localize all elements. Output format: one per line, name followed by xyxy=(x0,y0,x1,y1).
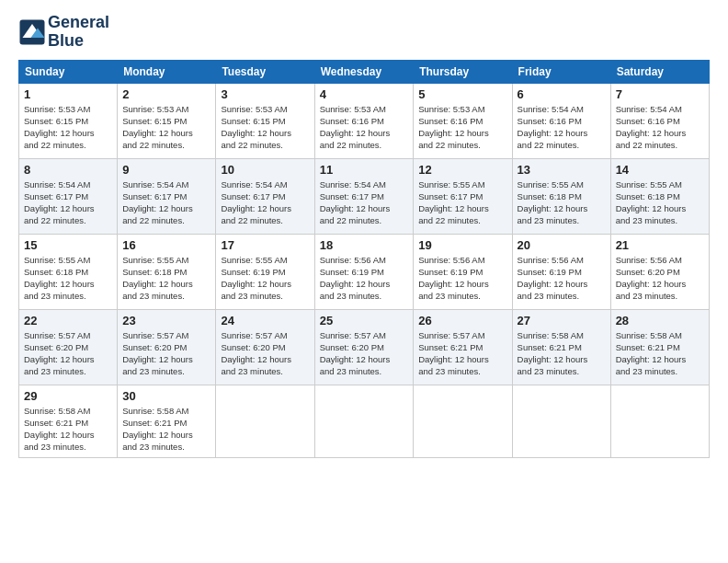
sunset-label: Sunset: 6:20 PM xyxy=(24,342,88,352)
calendar-cell: 19 Sunrise: 5:56 AM Sunset: 6:19 PM Dayl… xyxy=(414,234,512,309)
daylight-label: Daylight: 12 hours xyxy=(616,354,687,364)
sunrise-label: Sunrise: 5:56 AM xyxy=(320,255,386,265)
day-of-week-header: Friday xyxy=(512,60,610,83)
daylight-minutes: and 22 minutes. xyxy=(616,140,678,150)
sunrise-label: Sunrise: 5:58 AM xyxy=(122,406,188,416)
daylight-label: Daylight: 12 hours xyxy=(320,128,391,138)
sunrise-label: Sunrise: 5:58 AM xyxy=(24,406,90,416)
daylight-minutes: and 23 minutes. xyxy=(122,366,185,376)
calendar-cell: 22 Sunrise: 5:57 AM Sunset: 6:20 PM Dayl… xyxy=(19,309,118,385)
sunset-label: Sunset: 6:18 PM xyxy=(122,267,187,277)
sunset-label: Sunset: 6:19 PM xyxy=(320,267,384,277)
sunrise-label: Sunrise: 5:55 AM xyxy=(122,255,188,265)
sunrise-label: Sunrise: 5:53 AM xyxy=(418,104,484,114)
calendar-cell: 18 Sunrise: 5:56 AM Sunset: 6:19 PM Dayl… xyxy=(314,234,414,309)
calendar-cell: 27 Sunrise: 5:58 AM Sunset: 6:21 PM Dayl… xyxy=(512,309,610,385)
header: General Blue xyxy=(18,14,710,51)
day-info: Sunrise: 5:53 AM Sunset: 6:16 PM Dayligh… xyxy=(320,103,409,152)
sunrise-label: Sunrise: 5:57 AM xyxy=(320,330,386,340)
daylight-label: Daylight: 12 hours xyxy=(418,203,489,213)
calendar-cell: 25 Sunrise: 5:57 AM Sunset: 6:20 PM Dayl… xyxy=(314,309,414,385)
day-info: Sunrise: 5:54 AM Sunset: 6:17 PM Dayligh… xyxy=(122,178,210,227)
day-number: 26 xyxy=(418,314,506,327)
sunset-label: Sunset: 6:16 PM xyxy=(320,116,384,126)
sunrise-label: Sunrise: 5:56 AM xyxy=(518,255,584,265)
day-of-week-header: Tuesday xyxy=(216,60,314,83)
day-of-week-header: Thursday xyxy=(414,60,512,83)
sunrise-label: Sunrise: 5:58 AM xyxy=(616,330,682,340)
day-number: 28 xyxy=(616,314,704,327)
daylight-minutes: and 23 minutes. xyxy=(616,366,678,376)
day-info: Sunrise: 5:56 AM Sunset: 6:20 PM Dayligh… xyxy=(616,254,704,303)
sunrise-label: Sunrise: 5:53 AM xyxy=(221,104,287,114)
day-number: 1 xyxy=(24,87,112,101)
daylight-label: Daylight: 12 hours xyxy=(518,128,588,138)
daylight-label: Daylight: 12 hours xyxy=(616,279,687,289)
daylight-minutes: and 23 minutes. xyxy=(320,366,382,376)
daylight-minutes: and 23 minutes. xyxy=(616,291,678,301)
day-number: 10 xyxy=(221,163,309,177)
day-of-week-header: Monday xyxy=(118,60,216,83)
day-number: 22 xyxy=(24,314,112,327)
calendar-cell: 26 Sunrise: 5:57 AM Sunset: 6:21 PM Dayl… xyxy=(414,309,512,385)
day-number: 25 xyxy=(320,314,409,327)
calendar-week-row: 8 Sunrise: 5:54 AM Sunset: 6:17 PM Dayli… xyxy=(19,158,710,234)
sunset-label: Sunset: 6:18 PM xyxy=(518,191,582,201)
calendar-cell: 14 Sunrise: 5:55 AM Sunset: 6:18 PM Dayl… xyxy=(610,158,709,234)
daylight-minutes: and 23 minutes. xyxy=(418,366,481,376)
day-info: Sunrise: 5:55 AM Sunset: 6:18 PM Dayligh… xyxy=(616,178,704,227)
day-info: Sunrise: 5:54 AM Sunset: 6:16 PM Dayligh… xyxy=(518,103,606,152)
calendar-body: 1 Sunrise: 5:53 AM Sunset: 6:15 PM Dayli… xyxy=(19,83,710,457)
day-number: 29 xyxy=(24,389,112,403)
daylight-minutes: and 23 minutes. xyxy=(122,291,185,301)
sunset-label: Sunset: 6:20 PM xyxy=(616,267,680,277)
daylight-label: Daylight: 12 hours xyxy=(518,203,588,213)
sunset-label: Sunset: 6:21 PM xyxy=(616,342,680,352)
sunset-label: Sunset: 6:21 PM xyxy=(122,418,187,428)
daylight-minutes: and 23 minutes. xyxy=(518,291,580,301)
day-number: 16 xyxy=(122,238,210,252)
daylight-label: Daylight: 12 hours xyxy=(518,354,588,364)
calendar-header-row: SundayMondayTuesdayWednesdayThursdayFrid… xyxy=(19,60,710,83)
calendar-cell: 4 Sunrise: 5:53 AM Sunset: 6:16 PM Dayli… xyxy=(314,83,414,158)
calendar-cell: 28 Sunrise: 5:58 AM Sunset: 6:21 PM Dayl… xyxy=(610,309,709,385)
day-number: 7 xyxy=(616,87,704,101)
sunset-label: Sunset: 6:16 PM xyxy=(418,116,483,126)
calendar-table: SundayMondayTuesdayWednesdayThursdayFrid… xyxy=(18,60,710,458)
sunset-label: Sunset: 6:15 PM xyxy=(24,116,88,126)
daylight-label: Daylight: 12 hours xyxy=(122,430,193,440)
daylight-minutes: and 23 minutes. xyxy=(24,442,86,452)
day-number: 4 xyxy=(320,87,409,101)
daylight-minutes: and 23 minutes. xyxy=(24,366,86,376)
daylight-minutes: and 22 minutes. xyxy=(122,215,185,225)
sunset-label: Sunset: 6:21 PM xyxy=(518,342,582,352)
day-number: 30 xyxy=(122,389,210,403)
sunrise-label: Sunrise: 5:58 AM xyxy=(518,330,584,340)
day-number: 13 xyxy=(518,163,606,177)
sunrise-label: Sunrise: 5:56 AM xyxy=(418,255,484,265)
daylight-minutes: and 22 minutes. xyxy=(518,140,580,150)
daylight-label: Daylight: 12 hours xyxy=(616,128,687,138)
sunrise-label: Sunrise: 5:55 AM xyxy=(24,255,90,265)
daylight-minutes: and 23 minutes. xyxy=(221,291,283,301)
daylight-label: Daylight: 12 hours xyxy=(221,354,291,364)
day-info: Sunrise: 5:57 AM Sunset: 6:20 PM Dayligh… xyxy=(24,329,112,378)
sunrise-label: Sunrise: 5:53 AM xyxy=(24,104,90,114)
day-info: Sunrise: 5:54 AM Sunset: 6:17 PM Dayligh… xyxy=(221,178,309,227)
daylight-minutes: and 23 minutes. xyxy=(418,291,481,301)
calendar-cell xyxy=(216,385,314,457)
day-info: Sunrise: 5:57 AM Sunset: 6:20 PM Dayligh… xyxy=(221,329,309,378)
calendar-cell: 11 Sunrise: 5:54 AM Sunset: 6:17 PM Dayl… xyxy=(314,158,414,234)
calendar-cell xyxy=(414,385,512,457)
calendar-cell: 2 Sunrise: 5:53 AM Sunset: 6:15 PM Dayli… xyxy=(118,83,216,158)
calendar-cell: 16 Sunrise: 5:55 AM Sunset: 6:18 PM Dayl… xyxy=(118,234,216,309)
calendar-cell: 15 Sunrise: 5:55 AM Sunset: 6:18 PM Dayl… xyxy=(19,234,118,309)
sunset-label: Sunset: 6:18 PM xyxy=(24,267,88,277)
daylight-label: Daylight: 12 hours xyxy=(122,203,193,213)
sunrise-label: Sunrise: 5:57 AM xyxy=(221,330,287,340)
sunrise-label: Sunrise: 5:57 AM xyxy=(24,330,90,340)
day-number: 6 xyxy=(518,87,606,101)
day-number: 18 xyxy=(320,238,409,252)
day-info: Sunrise: 5:55 AM Sunset: 6:18 PM Dayligh… xyxy=(122,254,210,303)
sunrise-label: Sunrise: 5:57 AM xyxy=(418,330,484,340)
